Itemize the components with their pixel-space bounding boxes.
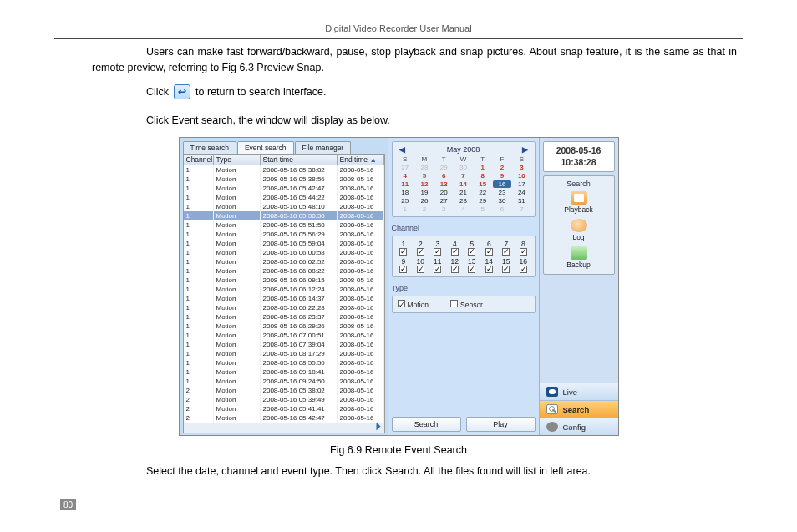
cal-day[interactable]: 27: [434, 197, 453, 205]
sensor-checkbox[interactable]: Sensor: [450, 300, 483, 309]
cal-day[interactable]: 22: [474, 189, 492, 196]
table-row[interactable]: 1Motion2008-05-16 08:55:562008-05-16: [184, 358, 384, 367]
cal-day[interactable]: 30: [454, 164, 472, 171]
channel-checkbox[interactable]: 12: [447, 257, 463, 273]
channel-checkbox[interactable]: 13: [464, 257, 480, 273]
channel-checkbox[interactable]: 16: [515, 257, 531, 273]
table-row[interactable]: 1Motion2008-05-16 06:22:282008-05-16: [184, 303, 384, 312]
table-row[interactable]: 1Motion2008-05-16 06:00:582008-05-16: [184, 248, 384, 257]
cal-day[interactable]: 11: [396, 180, 414, 188]
cal-day[interactable]: 26: [415, 197, 434, 205]
cal-day[interactable]: 29: [474, 197, 492, 205]
cal-day[interactable]: 12: [415, 180, 434, 188]
cal-prev-icon[interactable]: ◀: [396, 145, 409, 154]
nav-search[interactable]: Search: [540, 400, 618, 418]
cal-day[interactable]: 4: [396, 172, 414, 180]
return-icon[interactable]: ↩: [174, 84, 190, 99]
table-row[interactable]: 1Motion2008-05-16 09:18:412008-05-16: [184, 367, 384, 377]
play-button[interactable]: Play: [466, 417, 536, 432]
cal-day[interactable]: 2: [415, 205, 434, 213]
table-row[interactable]: 1Motion2008-05-16 05:59:042008-05-16: [184, 239, 384, 248]
table-row[interactable]: 1Motion2008-05-16 06:23:372008-05-16: [184, 312, 384, 322]
channel-checkbox[interactable]: 5: [464, 240, 480, 256]
calendar-grid[interactable]: SMTWTFS272829301234567891011121314151617…: [396, 155, 531, 213]
cal-next-icon[interactable]: ▶: [519, 145, 531, 154]
sidebar-playback[interactable]: Playback: [547, 191, 611, 214]
cal-day[interactable]: 17: [512, 180, 530, 188]
cal-day[interactable]: 14: [454, 180, 472, 188]
table-row[interactable]: 1Motion2008-05-16 06:09:152008-05-16: [184, 276, 384, 285]
sidebar-log[interactable]: Log: [547, 219, 611, 241]
channel-checkbox[interactable]: 3: [430, 240, 446, 256]
channel-checkbox[interactable]: 15: [499, 257, 515, 273]
cal-day[interactable]: 21: [454, 189, 472, 196]
grid-body[interactable]: 1Motion2008-05-16 05:38:022008-05-161Mot…: [184, 165, 384, 423]
col-type[interactable]: Type: [214, 155, 261, 165]
cal-day[interactable]: 28: [415, 164, 434, 171]
channel-checkbox[interactable]: 7: [499, 240, 515, 256]
cal-day[interactable]: 4: [454, 205, 472, 213]
cal-day[interactable]: 9: [493, 172, 511, 180]
cal-day[interactable]: 23: [493, 189, 511, 196]
motion-checkbox[interactable]: ✓Motion: [398, 300, 429, 309]
table-row[interactable]: 1Motion2008-05-16 05:38:562008-05-16: [184, 175, 384, 184]
table-row[interactable]: 1Motion2008-05-16 05:42:472008-05-16: [184, 184, 384, 193]
table-row[interactable]: 1Motion2008-05-16 09:24:502008-05-16: [184, 377, 384, 386]
cal-day[interactable]: 6: [434, 172, 453, 180]
tab-time-search[interactable]: Time search: [183, 141, 236, 154]
channel-checkbox[interactable]: 10: [413, 257, 429, 273]
cal-day[interactable]: 29: [434, 164, 453, 171]
channel-checkbox[interactable]: 6: [481, 240, 497, 256]
channel-checkbox[interactable]: 9: [396, 257, 412, 273]
table-row[interactable]: 1Motion2008-05-16 05:51:582008-05-16: [184, 220, 384, 230]
tab-file-manager[interactable]: File manager: [295, 141, 352, 154]
table-row[interactable]: 1Motion2008-05-16 05:38:022008-05-16: [184, 165, 384, 175]
col-end[interactable]: End time ▲: [338, 155, 384, 165]
channel-checkbox[interactable]: 4: [447, 240, 463, 256]
table-row[interactable]: 1Motion2008-05-16 06:12:242008-05-16: [184, 285, 384, 294]
table-row[interactable]: 1Motion2008-05-16 06:14:372008-05-16: [184, 294, 384, 303]
cal-day[interactable]: 19: [415, 189, 434, 196]
table-row[interactable]: 1Motion2008-05-16 05:50:562008-05-16: [184, 211, 384, 220]
sidebar-backup[interactable]: Backup: [547, 246, 611, 269]
table-row[interactable]: 1Motion2008-05-16 06:08:222008-05-16: [184, 266, 384, 276]
cal-day[interactable]: 7: [454, 172, 472, 180]
channel-checkbox[interactable]: 11: [430, 257, 446, 273]
cal-day[interactable]: 7: [512, 205, 530, 213]
nav-live[interactable]: Live: [540, 383, 618, 400]
cal-day[interactable]: 3: [434, 205, 453, 213]
cal-day[interactable]: 6: [493, 205, 511, 213]
table-row[interactable]: 1Motion2008-05-16 05:44:222008-05-16: [184, 193, 384, 202]
cal-day[interactable]: 24: [512, 189, 530, 196]
channel-checkbox[interactable]: 1: [396, 240, 412, 256]
cal-day[interactable]: 13: [434, 180, 453, 188]
nav-config[interactable]: Config: [540, 418, 618, 435]
cal-day[interactable]: 16: [493, 180, 511, 188]
cal-day[interactable]: 27: [396, 164, 414, 171]
table-row[interactable]: 2Motion2008-05-16 05:42:472008-05-16: [184, 413, 384, 423]
table-row[interactable]: 1Motion2008-05-16 06:02:522008-05-16: [184, 257, 384, 266]
cal-day[interactable]: 18: [396, 189, 414, 196]
col-start[interactable]: Start time: [261, 155, 338, 165]
table-row[interactable]: 1Motion2008-05-16 06:29:262008-05-16: [184, 322, 384, 331]
channel-checkbox[interactable]: 2: [413, 240, 429, 256]
cal-day[interactable]: 28: [454, 197, 472, 205]
cal-day[interactable]: 30: [493, 197, 511, 205]
cal-day[interactable]: 5: [415, 172, 434, 180]
cal-day[interactable]: 25: [396, 197, 414, 205]
cal-day[interactable]: 5: [474, 205, 492, 213]
table-row[interactable]: 1Motion2008-05-16 05:56:292008-05-16: [184, 230, 384, 239]
table-row[interactable]: 1Motion2008-05-16 07:00:512008-05-16: [184, 331, 384, 340]
tab-event-search[interactable]: Event search: [237, 141, 294, 154]
table-row[interactable]: 1Motion2008-05-16 08:17:292008-05-16: [184, 349, 384, 358]
table-row[interactable]: 2Motion2008-05-16 05:38:022008-05-16: [184, 386, 384, 395]
channel-checkbox[interactable]: 14: [481, 257, 497, 273]
cal-day[interactable]: 10: [512, 172, 530, 180]
table-row[interactable]: 2Motion2008-05-16 05:39:492008-05-16: [184, 395, 384, 404]
table-row[interactable]: 1Motion2008-05-16 05:48:102008-05-16: [184, 202, 384, 211]
cal-day[interactable]: 1: [396, 205, 414, 213]
table-row[interactable]: 1Motion2008-05-16 07:39:042008-05-16: [184, 340, 384, 349]
cal-day[interactable]: 20: [434, 189, 453, 196]
cal-day[interactable]: 3: [512, 164, 530, 171]
channel-checkbox[interactable]: 8: [515, 240, 531, 256]
